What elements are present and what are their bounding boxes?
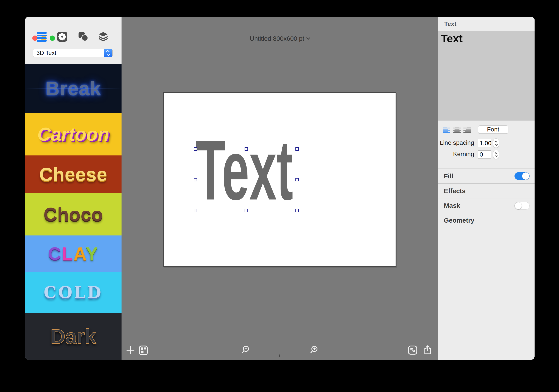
align-left-icon	[443, 127, 450, 133]
preset-list: Break Cartoon Cheese Choco CLAY COLD Dar…	[25, 64, 121, 360]
inspector-sections: Fill Effects Mask Geometry	[438, 169, 535, 228]
selection-handle-bottom-center[interactable]	[245, 209, 248, 212]
preset-item-cartoon[interactable]: Cartoon	[25, 113, 121, 155]
preset-item-dark[interactable]: Dark	[25, 313, 121, 360]
shapes-button[interactable]	[78, 32, 88, 42]
preset-item-clay[interactable]: CLAY	[25, 236, 121, 272]
expand-canvas-button[interactable]	[408, 345, 417, 355]
list-icon	[37, 32, 47, 42]
selection-handle-top-left[interactable]	[194, 147, 197, 151]
selection-handle-top-center[interactable]	[245, 147, 248, 151]
section-geometry[interactable]: Geometry	[438, 213, 535, 228]
preset-item-choco[interactable]: Choco	[25, 193, 121, 236]
text-object[interactable]: Text	[195, 128, 293, 213]
shapes-icon	[78, 32, 88, 42]
kerning-input[interactable]	[478, 150, 491, 158]
preset-label: Cartoon	[37, 123, 109, 145]
selection-handle-bottom-right[interactable]	[295, 209, 299, 212]
zoom-slider-center-tick	[279, 355, 280, 357]
inspector-panel: Text Text	[438, 17, 535, 360]
zoom-out-button[interactable]	[241, 345, 251, 355]
mask-toggle[interactable]	[514, 202, 530, 210]
share-icon	[423, 345, 432, 355]
chevron-up-icon	[106, 50, 110, 54]
section-mask-label: Mask	[444, 202, 460, 209]
preset-label: Dark	[50, 325, 96, 348]
app-window: 3D Text Break Cartoon Cheese Choco CLAY	[25, 17, 535, 360]
canvas-area: Untitled 800x600 pt Text	[121, 17, 438, 360]
preset-label: Cheese	[39, 164, 107, 185]
font-button[interactable]: Font	[478, 125, 508, 134]
toggle-knob	[515, 202, 522, 209]
stepper-up-icon	[494, 141, 497, 143]
fill-toggle[interactable]	[514, 172, 530, 180]
line-spacing-input[interactable]	[478, 139, 491, 147]
styles-list-button[interactable]	[37, 32, 47, 42]
zoom-out-icon	[241, 345, 251, 355]
gallery-grid-icon	[139, 345, 148, 355]
section-effects[interactable]: Effects	[438, 183, 535, 198]
stepper-down-icon	[495, 143, 497, 146]
line-spacing-stepper[interactable]	[493, 138, 499, 148]
line-spacing-label: Line spacing	[438, 139, 474, 146]
glow-streak	[25, 89, 121, 89]
align-right-icon	[463, 127, 471, 133]
kerning-label: Kerning	[438, 151, 474, 158]
gallery-view-button[interactable]	[139, 345, 148, 355]
sidebar: 3D Text Break Cartoon Cheese Choco CLAY	[25, 17, 121, 360]
design-canvas[interactable]: Text	[163, 92, 396, 267]
selection-handle-bottom-left[interactable]	[194, 209, 197, 212]
preset-label: COLD	[44, 283, 103, 302]
toggle-knob	[522, 173, 529, 180]
zoom-in-icon	[310, 345, 319, 355]
selection-handle-mid-left[interactable]	[194, 178, 197, 181]
section-mask[interactable]: Mask	[438, 198, 535, 213]
text-content-value: Text	[441, 32, 463, 45]
align-left-button[interactable]	[443, 127, 450, 133]
inspector-header: Text	[438, 17, 535, 31]
section-fill-label: Fill	[444, 173, 453, 180]
selection-handle-top-right[interactable]	[295, 147, 299, 151]
zoom-in-button[interactable]	[310, 345, 319, 355]
preset-item-cheese[interactable]: Cheese	[25, 155, 121, 193]
layers-button[interactable]	[98, 32, 108, 42]
preset-label: Choco	[44, 203, 103, 225]
chevron-down-icon	[107, 53, 110, 56]
add-layer-button[interactable]	[126, 345, 135, 355]
document-title[interactable]: Untitled 800x600 pt	[121, 35, 438, 42]
section-geometry-label: Geometry	[444, 217, 474, 224]
gear-icon	[57, 32, 67, 42]
stepper-up-icon	[494, 152, 497, 154]
align-right-button[interactable]	[463, 127, 471, 133]
align-center-button[interactable]	[453, 127, 461, 133]
selection-handle-mid-right[interactable]	[295, 178, 299, 181]
preset-label: CLAY	[48, 243, 99, 264]
share-button[interactable]	[423, 345, 432, 355]
stepper-down-icon	[495, 154, 497, 157]
dropdown-value: 3D Text	[33, 50, 104, 56]
document-title-text: Untitled 800x600 pt	[250, 35, 304, 42]
plus-icon	[126, 346, 135, 355]
text-content-editor[interactable]: Text	[438, 31, 535, 120]
style-category-dropdown[interactable]: 3D Text	[33, 49, 112, 57]
dropdown-stepper-icon	[104, 49, 112, 57]
preset-item-cold[interactable]: COLD	[25, 272, 121, 313]
preset-item-break[interactable]: Break	[25, 64, 121, 113]
inspector-header-title: Text	[444, 20, 457, 27]
section-fill[interactable]: Fill	[438, 169, 535, 183]
chevron-down-icon	[306, 36, 310, 40]
bottom-toolbar	[121, 344, 438, 357]
layers-icon	[98, 32, 108, 42]
align-center-icon	[453, 127, 461, 133]
kerning-stepper[interactable]	[493, 150, 499, 159]
settings-button[interactable]	[57, 32, 67, 42]
section-effects-label: Effects	[444, 187, 466, 195]
sidebar-toolbar	[25, 32, 121, 42]
expand-icon	[408, 345, 417, 355]
